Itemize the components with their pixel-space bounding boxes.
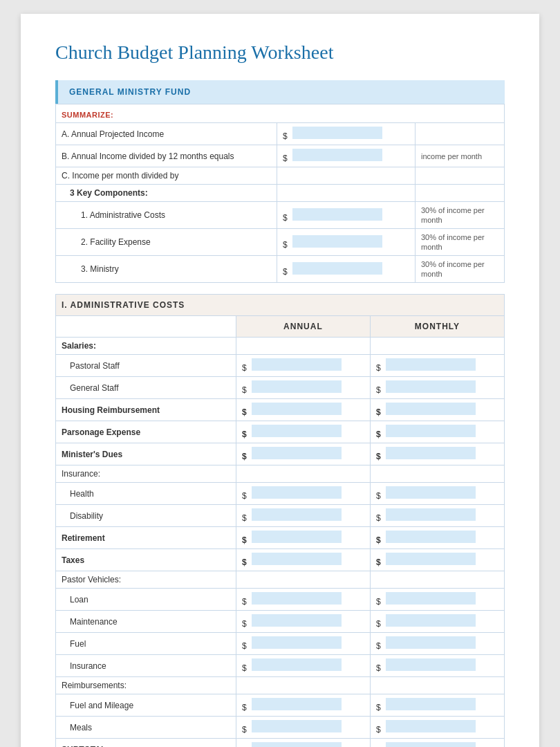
meals-label: Meals (56, 717, 236, 739)
salaries-group: Salaries: (56, 338, 505, 355)
input-annual-divided[interactable] (292, 149, 382, 161)
column-headers-row: ANNUAL MONTHLY (56, 316, 505, 338)
dollar-sign-c1: $ (283, 213, 288, 223)
loan-row: Loan $ $ (56, 589, 505, 611)
insurance-group: Insurance: (56, 465, 505, 483)
input-fuel-monthly[interactable] (386, 636, 476, 649)
retirement-label: Retirement (56, 527, 236, 549)
fuel-label: Fuel (56, 633, 236, 655)
maintenance-label: Maintenance (56, 611, 236, 633)
taxes-row: Taxes $ $ (56, 549, 505, 571)
input-retirement-monthly[interactable] (386, 531, 476, 543)
summarize-row: SUMMARIZE: (56, 104, 505, 123)
salaries-label: Salaries: (56, 338, 236, 355)
vehicle-insurance-row: Insurance $ $ (56, 655, 505, 677)
input-pastoral-monthly[interactable] (386, 358, 476, 371)
input-housing-monthly[interactable] (386, 403, 476, 415)
ministers-dues-label: Minister's Dues (56, 443, 236, 465)
component-1-note: 30% of income per month (421, 206, 485, 224)
insurance-label: Insurance: (56, 465, 236, 483)
row-income-month: C. Income per month divided by (56, 167, 505, 185)
ministers-dues-row: Minister's Dues $ $ (56, 443, 505, 465)
input-loan-monthly[interactable] (386, 592, 476, 605)
input-subtotal-monthly[interactable] (386, 742, 476, 747)
subtotal-row: SUBTOTAL $ $ (56, 739, 505, 748)
fuel-mileage-row: Fuel and Mileage $ $ (56, 694, 505, 717)
input-loan-annual[interactable] (252, 592, 342, 605)
input-meals-monthly[interactable] (386, 720, 476, 732)
input-fuel-annual[interactable] (252, 636, 342, 649)
row-a-note (416, 123, 505, 145)
input-vehicle-insurance-annual[interactable] (252, 658, 342, 671)
key-components-row: 3 Key Components: (56, 185, 505, 202)
general-staff-row: General Staff $ $ (56, 377, 505, 399)
parsonage-expense-row: Parsonage Expense $ $ (56, 421, 505, 443)
input-fuel-mileage-monthly[interactable] (386, 698, 476, 710)
input-housing-annual[interactable] (252, 403, 342, 415)
input-facility-expense[interactable] (292, 235, 382, 248)
maintenance-row: Maintenance $ $ (56, 611, 505, 633)
input-meals-annual[interactable] (252, 720, 342, 732)
input-vehicle-insurance-monthly[interactable] (386, 658, 476, 671)
summary-table: SUMMARIZE: A. Annual Projected Income $ … (55, 104, 505, 283)
pastoral-staff-label: Pastoral Staff (56, 355, 236, 377)
dollar-sign-c3: $ (283, 267, 288, 277)
input-subtotal-annual[interactable] (252, 742, 342, 747)
input-parsonage-monthly[interactable] (386, 425, 476, 437)
meals-row: Meals $ $ (56, 717, 505, 739)
input-parsonage-annual[interactable] (252, 425, 342, 437)
input-ministry[interactable] (292, 262, 382, 275)
dollar-sign-c2: $ (283, 240, 288, 250)
row-admin-costs: 1. Administrative Costs $ 30% of income … (56, 202, 505, 229)
reimbursements-group: Reimbursements: (56, 677, 505, 694)
row-ministry: 3. Ministry $ 30% of income per month (56, 256, 505, 283)
loan-label: Loan (56, 589, 236, 611)
summarize-label: SUMMARIZE: (62, 111, 113, 119)
retirement-row: Retirement $ $ (56, 527, 505, 549)
input-health-monthly[interactable] (386, 486, 476, 499)
input-annual-projected[interactable] (292, 127, 382, 139)
input-pastoral-annual[interactable] (252, 358, 342, 371)
input-ministers-dues-monthly[interactable] (386, 447, 476, 459)
pastor-vehicles-label: Pastor Vehicles: (56, 571, 236, 589)
input-taxes-monthly[interactable] (386, 553, 476, 565)
component-3-label: 3. Ministry (56, 256, 277, 283)
fuel-row: Fuel $ $ (56, 633, 505, 655)
input-disability-annual[interactable] (252, 508, 342, 521)
general-ministry-fund-header: GENERAL MINISTRY FUND (55, 80, 505, 104)
col-annual-header: ANNUAL (236, 316, 370, 338)
component-2-note: 30% of income per month (421, 233, 485, 251)
component-1-label: 1. Administrative Costs (56, 202, 277, 229)
input-maintenance-annual[interactable] (252, 614, 342, 627)
admin-costs-table: I. ADMINISTRATIVE COSTS ANNUAL MONTHLY S… (55, 294, 505, 747)
health-label: Health (56, 483, 236, 505)
row-b-note: income per month (421, 152, 482, 160)
vehicle-insurance-label: Insurance (56, 655, 236, 677)
input-retirement-annual[interactable] (252, 531, 342, 543)
parsonage-expense-label: Parsonage Expense (56, 421, 236, 443)
input-ministers-dues-annual[interactable] (252, 447, 342, 459)
dollar-sign-b: $ (283, 154, 288, 163)
input-general-staff-annual[interactable] (252, 380, 342, 393)
taxes-label: Taxes (56, 549, 236, 571)
disability-label: Disability (56, 505, 236, 527)
input-disability-monthly[interactable] (386, 508, 476, 521)
fuel-mileage-label: Fuel and Mileage (56, 694, 236, 717)
disability-row: Disability $ $ (56, 505, 505, 527)
housing-reimbursement-row: Housing Reimbursement $ $ (56, 399, 505, 421)
key-components-label: 3 Key Components: (70, 188, 148, 198)
input-health-annual[interactable] (252, 486, 342, 499)
input-taxes-annual[interactable] (252, 553, 342, 565)
input-maintenance-monthly[interactable] (386, 614, 476, 627)
row-a-label: A. Annual Projected Income (56, 123, 277, 145)
row-annual-projected: A. Annual Projected Income $ (56, 123, 505, 145)
component-2-label: 2. Facility Expense (56, 229, 277, 256)
page-title: Church Budget Planning Worksheet (55, 42, 505, 64)
input-admin-costs[interactable] (292, 208, 382, 221)
component-3-note: 30% of income per month (421, 260, 485, 278)
pastor-vehicles-group: Pastor Vehicles: (56, 571, 505, 589)
input-fuel-mileage-annual[interactable] (252, 698, 342, 710)
input-general-staff-monthly[interactable] (386, 380, 476, 393)
housing-reimbursement-label: Housing Reimbursement (56, 399, 236, 421)
reimbursements-label: Reimbursements: (56, 677, 236, 694)
